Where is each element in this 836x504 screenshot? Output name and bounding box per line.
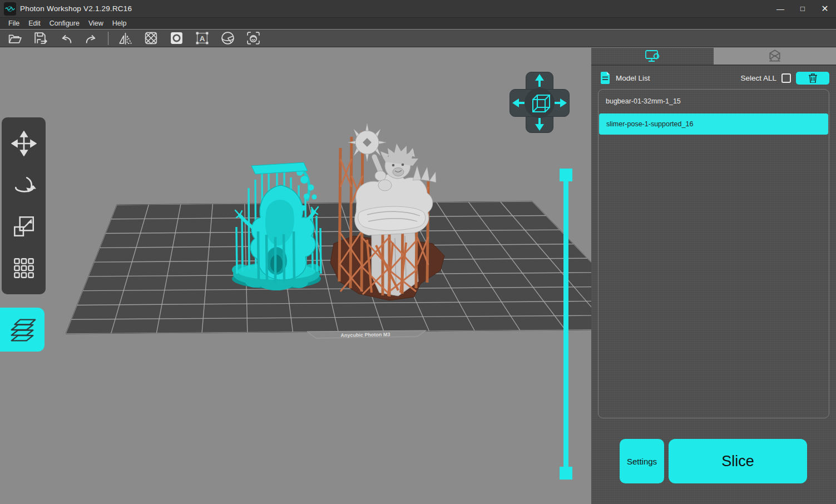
split-button[interactable] (216, 30, 239, 47)
lattice-button[interactable] (140, 30, 162, 47)
nav-down-arrow[interactable] (535, 118, 544, 131)
layer-slider-track[interactable] (563, 181, 568, 467)
layers-icon (6, 314, 38, 346)
layer-slider-top-handle[interactable] (560, 169, 572, 181)
build-plate (66, 201, 591, 334)
printer-icon (768, 49, 782, 63)
titlebar: Photon Workshop V2.1.29.RC16 — □ ✕ (0, 0, 836, 18)
select-all-checkbox[interactable] (781, 73, 791, 83)
tab-model-settings[interactable] (591, 48, 714, 65)
split-icon (220, 31, 235, 46)
move-icon (11, 131, 37, 156)
tab-printer-settings[interactable] (714, 48, 836, 65)
viewport-3d[interactable]: Anycubic Photon M3 (0, 48, 591, 504)
menu-edit[interactable]: Edit (24, 18, 45, 28)
mirror-icon (118, 31, 133, 46)
face-scan-button[interactable] (242, 30, 264, 47)
hollow-button[interactable] (165, 30, 187, 47)
layers-tool-button[interactable] (0, 308, 44, 352)
model-list-title: Model List (616, 74, 650, 82)
lattice-icon (144, 31, 159, 46)
model-list: bugbear-01-32mm-1_15 slimer-pose-1-suppo… (598, 89, 829, 418)
transform-tool-panel (2, 117, 46, 294)
menubar: File Edit Configure View Help (0, 18, 836, 29)
panel-buttons: Settings Slice (591, 439, 836, 483)
nav-left-arrow[interactable] (512, 98, 525, 107)
menu-help[interactable]: Help (108, 18, 131, 28)
menu-configure[interactable]: Configure (45, 18, 84, 28)
model-list-header: Model List Select ALL (591, 70, 836, 86)
text-tool-icon: A (195, 31, 210, 46)
main-toolbar: A (0, 29, 836, 47)
nav-up-arrow[interactable] (535, 74, 544, 87)
undo-icon (58, 31, 73, 46)
open-button[interactable] (3, 30, 26, 47)
array-tool-button[interactable] (9, 254, 38, 283)
app-logo-icon (4, 2, 16, 16)
open-folder-icon (7, 31, 22, 46)
model-list-item[interactable]: bugbear-01-32mm-1_15 (598, 90, 829, 113)
close-button[interactable]: ✕ (814, 0, 836, 17)
select-all-label: Select ALL (740, 74, 776, 82)
model-list-item-selected[interactable]: slimer-pose-1-supported_16 (599, 113, 828, 135)
plate-label: Anycubic Photon M3 (340, 332, 390, 338)
text-button[interactable]: A (191, 30, 213, 47)
rotate-tool-button[interactable] (9, 171, 38, 200)
mirror-button[interactable] (114, 30, 136, 47)
rotate-icon (11, 172, 37, 198)
undo-button[interactable] (55, 30, 77, 47)
face-scan-icon (246, 31, 261, 46)
redo-button[interactable] (80, 30, 102, 47)
save-icon (33, 31, 48, 46)
nav-home-cube[interactable] (525, 88, 555, 118)
layer-slider-bottom-handle[interactable] (560, 467, 572, 480)
scale-tool-button[interactable] (9, 212, 38, 241)
nav-right-arrow[interactable] (555, 98, 567, 107)
view-navigation-cross (509, 72, 570, 133)
monitor-gear-icon (644, 49, 661, 63)
hollow-icon (169, 31, 184, 46)
menu-file[interactable]: File (4, 18, 24, 28)
right-panel: Model List Select ALL bugbear-01-32mm-1_… (591, 48, 836, 504)
document-icon (600, 72, 611, 84)
trash-icon (808, 73, 818, 83)
svg-text:A: A (199, 34, 205, 43)
delete-button[interactable] (796, 72, 829, 85)
menu-view[interactable]: View (84, 18, 108, 28)
slice-button[interactable]: Slice (669, 439, 807, 483)
maximize-button[interactable]: □ (792, 0, 814, 17)
scene-canvas: Anycubic Photon M3 (0, 48, 591, 504)
scale-icon (11, 214, 37, 239)
toolbar-separator (108, 32, 108, 45)
minimize-button[interactable]: — (769, 0, 792, 17)
window-title: Photon Workshop V2.1.29.RC16 (20, 4, 132, 13)
settings-button[interactable]: Settings (620, 439, 664, 483)
panel-tabs (591, 48, 836, 66)
array-icon (11, 255, 37, 281)
move-tool-button[interactable] (9, 129, 38, 158)
redo-icon (84, 31, 99, 46)
app-window: Photon Workshop V2.1.29.RC16 — □ ✕ File … (0, 0, 836, 504)
save-button[interactable] (29, 30, 51, 47)
